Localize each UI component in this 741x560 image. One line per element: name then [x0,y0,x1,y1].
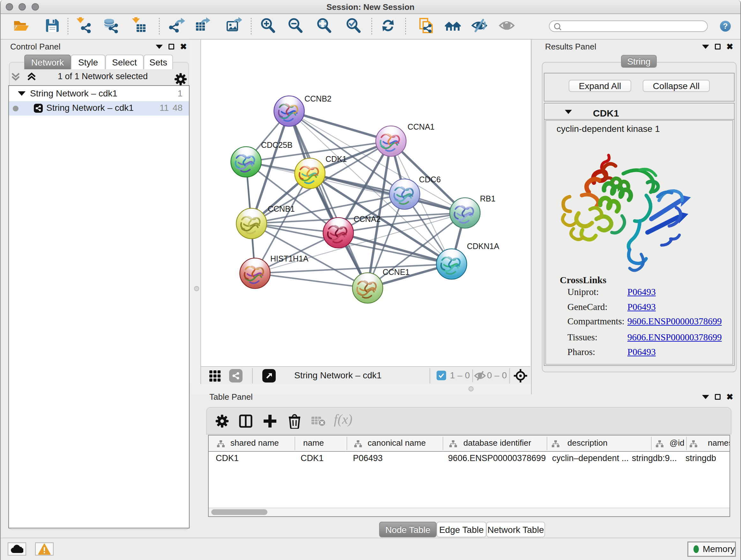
svg-text:CDC6: CDC6 [419,175,441,184]
svg-text:CDC25B: CDC25B [261,140,293,149]
svg-text:CDK1: CDK1 [326,154,347,164]
svg-text:CCNE1: CCNE1 [383,267,410,276]
svg-text:RB1: RB1 [480,194,495,203]
svg-text:CCNB2: CCNB2 [305,94,332,103]
svg-text:CCNA1: CCNA1 [408,122,434,131]
svg-text:CDKN1A: CDKN1A [467,242,499,251]
svg-text:CCNB1: CCNB1 [268,204,295,213]
svg-text:HIST1H1A: HIST1H1A [270,254,309,263]
svg-text:CCNA2: CCNA2 [354,214,381,224]
